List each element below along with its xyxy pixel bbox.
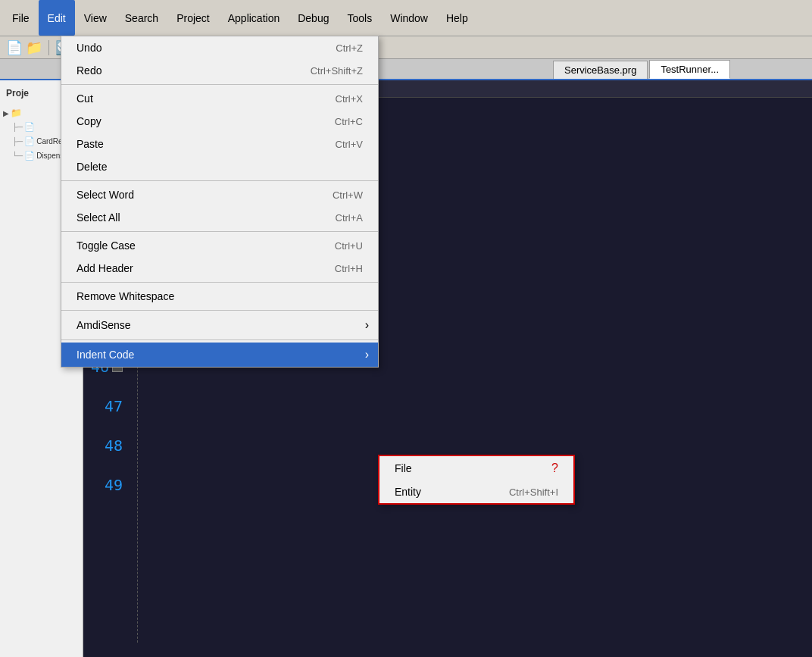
menu-item-amdisense[interactable]: AmdiSense <box>61 313 378 337</box>
menu-application[interactable]: Application <box>219 0 289 36</box>
menu-item-paste[interactable]: Paste Ctrl+V <box>61 133 378 155</box>
redo-label: Redo <box>77 64 102 77</box>
select-word-shortcut: Ctrl+W <box>333 189 363 201</box>
separator-5 <box>61 310 378 311</box>
amdisense-label: AmdiSense <box>77 319 131 331</box>
menu-debug[interactable]: Debug <box>289 0 338 36</box>
submenu-item-entity[interactable]: Entity Ctrl+Shift+I <box>379 480 573 503</box>
menu-item-indent-code[interactable]: Indent Code <box>61 343 378 367</box>
menu-item-undo[interactable]: Undo Ctrl+Z <box>61 36 378 59</box>
submenu-entity-shortcut: Ctrl+Shift+I <box>509 486 558 498</box>
select-word-label: Select Word <box>77 189 134 201</box>
copy-shortcut: Ctrl+C <box>335 116 363 127</box>
menu-search[interactable]: Search <box>116 0 167 36</box>
submenu-item-file[interactable]: File ? <box>379 456 573 480</box>
select-all-label: Select All <box>77 211 120 224</box>
menu-tools[interactable]: Tools <box>338 0 381 36</box>
tree-folder-icon: 📁 <box>11 108 22 118</box>
new-file-icon[interactable]: 📄 <box>6 39 23 56</box>
tab-servicebase[interactable]: ServiceBase.prg <box>553 61 648 79</box>
menu-item-add-header[interactable]: Add Header Ctrl+H <box>61 257 378 280</box>
redo-shortcut: Ctrl+Shift+Z <box>311 65 363 77</box>
delete-label: Delete <box>77 161 107 173</box>
menu-file[interactable]: File <box>3 0 39 36</box>
menu-item-toggle-case[interactable]: Toggle Case Ctrl+U <box>61 234 378 257</box>
submenu-entity-label: Entity <box>395 486 421 498</box>
remove-whitespace-label: Remove Whitespace <box>77 290 174 302</box>
submenu-file-shortcut: ? <box>551 461 558 475</box>
tree-line-icon: ├─ <box>12 123 23 131</box>
add-header-label: Add Header <box>77 262 133 274</box>
paste-shortcut: Ctrl+V <box>336 139 363 150</box>
menu-item-redo[interactable]: Redo Ctrl+Shift+Z <box>61 59 378 82</box>
menu-help[interactable]: Help <box>437 0 477 36</box>
separator-6 <box>61 339 378 340</box>
line-48: 48 <box>89 426 123 465</box>
tree-file-icon: 📄 <box>24 122 35 132</box>
line-49: 49 <box>89 465 123 505</box>
toggle-case-label: Toggle Case <box>77 239 136 252</box>
tree-file3-icon: 📄 <box>24 151 35 161</box>
line-47: 47 <box>89 386 123 426</box>
menu-item-cut[interactable]: Cut Ctrl+X <box>61 87 378 110</box>
separator-2 <box>61 180 378 181</box>
tree-line2-icon: ├─ <box>12 137 23 145</box>
indent-code-submenu: File ? Entity Ctrl+Shift+I <box>378 455 575 505</box>
tree-line3-icon: └─ <box>12 152 23 160</box>
tree-expand-icon[interactable]: ▶ <box>3 109 9 117</box>
indent-code-label: Indent Code <box>77 349 134 361</box>
toggle-case-shortcut: Ctrl+U <box>335 240 363 252</box>
paste-label: Paste <box>77 138 104 150</box>
undo-label: Undo <box>77 42 102 54</box>
separator-3 <box>61 231 378 232</box>
menu-item-delete[interactable]: Delete <box>61 155 378 178</box>
toolbar-separator <box>48 40 49 55</box>
menu-item-select-all[interactable]: Select All Ctrl+A <box>61 206 378 229</box>
cut-label: Cut <box>77 92 93 105</box>
cut-shortcut: Ctrl+X <box>336 93 363 105</box>
menu-view[interactable]: View <box>75 0 116 36</box>
submenu-file-label: File <box>395 462 412 474</box>
open-file-icon[interactable]: 📁 <box>26 39 42 56</box>
menubar: File Edit View Search Project Applicatio… <box>0 0 812 36</box>
select-all-shortcut: Ctrl+A <box>336 212 363 224</box>
menu-edit[interactable]: Edit <box>39 0 75 36</box>
separator-4 <box>61 282 378 283</box>
copy-label: Copy <box>77 115 102 127</box>
separator-1 <box>61 84 378 85</box>
menu-window[interactable]: Window <box>381 0 437 36</box>
tab-testrunner[interactable]: TestRunner... <box>649 60 730 79</box>
menu-item-remove-whitespace[interactable]: Remove Whitespace <box>61 285 378 308</box>
menu-item-select-word[interactable]: Select Word Ctrl+W <box>61 183 378 206</box>
add-header-shortcut: Ctrl+H <box>335 263 363 274</box>
menu-item-copy[interactable]: Copy Ctrl+C <box>61 110 378 133</box>
menu-project[interactable]: Project <box>167 0 219 36</box>
tree-file2-icon: 📄 <box>24 136 35 146</box>
edit-dropdown-menu: Undo Ctrl+Z Redo Ctrl+Shift+Z Cut Ctrl+X… <box>61 36 379 368</box>
undo-shortcut: Ctrl+Z <box>336 42 363 54</box>
